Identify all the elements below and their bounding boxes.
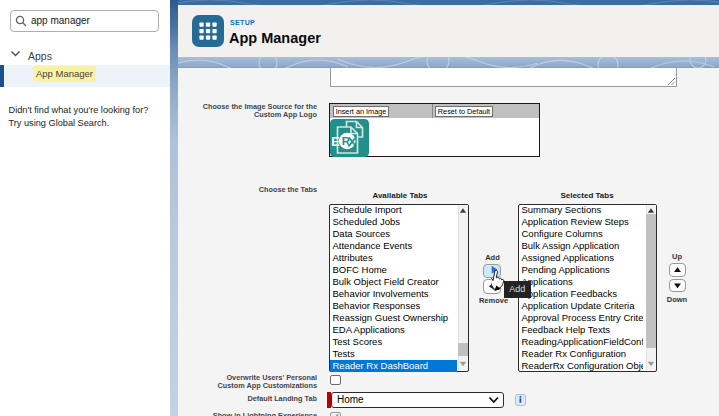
svg-text:E: E — [331, 135, 339, 149]
